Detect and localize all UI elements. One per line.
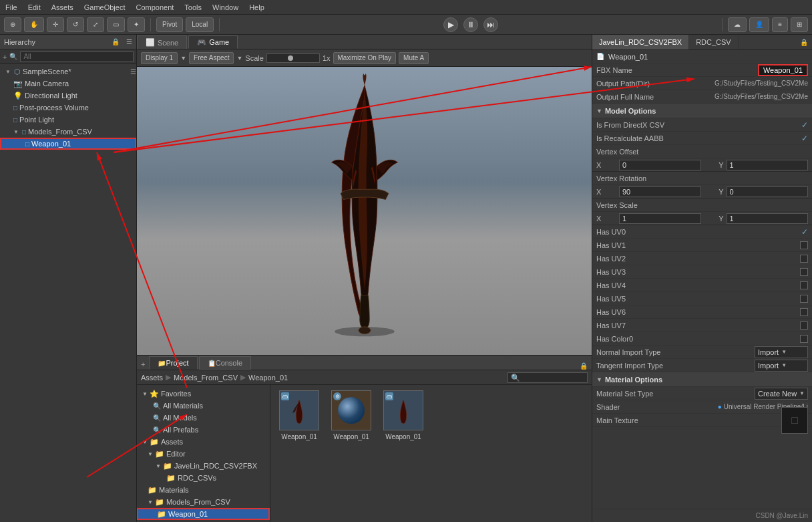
sidebar-rdc-csvs[interactable]: 📁 RDC_CSVs (137, 472, 270, 484)
menu-tools[interactable]: Tools (184, 3, 202, 11)
scale-slider[interactable] (266, 53, 320, 63)
sidebar-assets[interactable]: ▼ 📁 Assets (137, 436, 270, 448)
sidebar-materials[interactable]: 📁 Materials (137, 484, 270, 496)
layout-btn[interactable]: ⊞ (791, 17, 808, 32)
all-models-label: All Models (163, 414, 197, 422)
scene-item[interactable]: ▼ ⬡ SampleScene* ☰ (0, 66, 136, 78)
material-set-type-dropdown[interactable]: Create New ▼ (755, 388, 808, 400)
breadcrumb-assets[interactable]: Assets (141, 374, 163, 382)
layers-btn[interactable]: ≡ (772, 17, 788, 32)
project-lock-icon[interactable]: 🔒 (576, 362, 592, 370)
hierarchy-directional-light[interactable]: 💡 Directional Light (0, 90, 136, 102)
move-tool-btn[interactable]: ✛ (47, 17, 64, 32)
display-arrow: ▼ (180, 55, 186, 61)
pivot-btn[interactable]: Pivot (156, 17, 183, 32)
tangent-import-dropdown[interactable]: Import ▼ (755, 360, 808, 372)
maximize-on-play-btn[interactable]: Maximize On Play (333, 52, 397, 64)
step-button[interactable]: ⏭ (483, 17, 498, 32)
sidebar-javelin[interactable]: ▼ 📁 JaveLin_RDC_CSV2FBX (137, 460, 270, 472)
vertex-rotation-x-input[interactable]: 90 (619, 186, 701, 197)
hierarchy-post-process[interactable]: □ Post-process Volume (0, 102, 136, 114)
game-tab[interactable]: 🎮 Game (188, 35, 238, 49)
file-weapon-01-material[interactable]: ⚙ Weapon_01 (328, 390, 375, 440)
scene-viewport[interactable] (137, 67, 592, 355)
project-search-input[interactable] (508, 372, 588, 383)
scale-tool-btn[interactable]: ⤢ (87, 17, 104, 32)
hierarchy-lock-icon[interactable]: 🔒 (112, 38, 120, 45)
vertex-rotation-y-input[interactable]: 0 (727, 186, 809, 197)
directx-csv-checkbox[interactable]: ✓ (801, 120, 808, 130)
sidebar-all-prefabs[interactable]: 🔍 All Prefabs (137, 424, 270, 436)
project-tab[interactable]: 📁 Project (149, 356, 197, 370)
sidebar-editor[interactable]: ▼ 📁 Editor (137, 448, 270, 460)
hierarchy-main-camera[interactable]: 📷 Main Camera (0, 78, 136, 90)
rect-tool-btn[interactable]: ▭ (107, 17, 125, 32)
mute-btn[interactable]: Mute A (399, 52, 429, 64)
play-button[interactable]: ▶ (443, 17, 458, 32)
has-uv4-checkbox[interactable] (800, 281, 808, 289)
has-uv2-checkbox[interactable] (800, 255, 808, 263)
file-weapon-01-prefab[interactable]: 🗃 Weapon_01 (380, 390, 427, 440)
scene-tab[interactable]: ⬜ Scene (137, 35, 187, 49)
menu-component[interactable]: Component (136, 3, 174, 11)
sidebar-favorites[interactable]: ▼ ⭐ Favorites (137, 388, 270, 400)
main-texture-preview[interactable]: □ (781, 407, 808, 434)
transform-tool-btn[interactable]: ✦ (128, 17, 145, 32)
project-add-btn[interactable]: + (137, 359, 149, 370)
models-arrow: ▼ (13, 129, 19, 135)
has-color0-checkbox[interactable] (800, 335, 808, 343)
file-weapon-01-mesh[interactable]: 🗃 Weapon_01 (276, 390, 323, 440)
hierarchy-models-from-csv[interactable]: ▼ □ Models_From_CSV (0, 126, 136, 138)
display-btn[interactable]: Display 1 (141, 52, 178, 64)
has-uv0-checkbox[interactable]: ✓ (801, 227, 808, 237)
unity-icon-btn[interactable]: ⊕ (4, 17, 21, 32)
aspect-btn[interactable]: Free Aspect (189, 52, 234, 64)
javelin-tab[interactable]: JaveLin_RDC_CSV2FBX (592, 35, 689, 49)
account-btn[interactable]: 👤 (749, 17, 769, 32)
breadcrumb-weapon[interactable]: Weapon_01 (248, 374, 288, 382)
menu-window[interactable]: Window (212, 3, 238, 11)
has-uv1-checkbox[interactable] (800, 241, 808, 249)
normal-import-dropdown[interactable]: Import ▼ (755, 346, 808, 358)
breadcrumb-models[interactable]: Models_From_CSV (174, 374, 238, 382)
menu-gameobject[interactable]: GameObject (84, 3, 126, 11)
rdc-csv-tab[interactable]: RDC_CSV (689, 35, 739, 49)
collab-btn[interactable]: ☁ (728, 17, 747, 32)
has-uv5-checkbox[interactable] (800, 295, 808, 303)
bottom-area: + 📁 Project 📋 Console 🔒 (137, 355, 592, 522)
rotate-tool-btn[interactable]: ↺ (67, 17, 84, 32)
pause-button[interactable]: ⏸ (463, 17, 478, 32)
has-uv7-row: Has UV7 (592, 319, 812, 332)
hierarchy-search-input[interactable] (20, 51, 134, 62)
scene-menu-icon[interactable]: ☰ (130, 68, 136, 76)
sidebar-all-materials[interactable]: 🔍 All Materials (137, 400, 270, 412)
has-uv6-checkbox[interactable] (800, 308, 808, 316)
menu-assets[interactable]: Assets (51, 3, 73, 11)
hierarchy-plus-icon[interactable]: + (3, 53, 7, 61)
vertex-offset-row: Vertex Offset (592, 145, 812, 158)
menu-file[interactable]: File (5, 3, 17, 11)
menu-help[interactable]: Help (249, 3, 264, 11)
sidebar-models-from-csv[interactable]: ▼ 📁 Models_From_CSV (137, 496, 270, 508)
has-uv7-checkbox[interactable] (800, 321, 808, 330)
inspector-lock[interactable]: 🔒 (796, 35, 812, 49)
model-options-header[interactable]: ▼ Model Options (592, 104, 812, 118)
breadcrumb-sep-2: ▶ (240, 373, 246, 382)
hand-tool-btn[interactable]: ✋ (24, 17, 44, 32)
has-uv3-checkbox[interactable] (800, 268, 808, 276)
vertex-scale-x-input[interactable]: 1 (619, 213, 701, 224)
vertex-offset-y-input[interactable]: 1 (727, 160, 809, 170)
vertex-scale-y-input[interactable]: 1 (727, 213, 809, 224)
hierarchy-weapon-01[interactable]: □ Weapon_01 (0, 138, 136, 150)
material-options-header[interactable]: ▼ Material Options (592, 372, 812, 387)
vertex-offset-x-input[interactable]: 0 (619, 160, 701, 170)
hierarchy-menu-icon[interactable]: ☰ (126, 38, 132, 45)
sidebar-weapon-01-folder[interactable]: 📁 Weapon_01 (137, 508, 270, 520)
recalculate-aabb-checkbox[interactable]: ✓ (801, 134, 808, 143)
local-btn[interactable]: Local (186, 17, 214, 32)
console-tab[interactable]: 📋 Console (199, 356, 251, 370)
sidebar-all-models[interactable]: 🔍 All Models (137, 412, 270, 424)
has-uv5-label: Has UV5 (596, 295, 800, 303)
menu-edit[interactable]: Edit (28, 3, 41, 11)
hierarchy-point-light[interactable]: □ Point Light (0, 114, 136, 126)
